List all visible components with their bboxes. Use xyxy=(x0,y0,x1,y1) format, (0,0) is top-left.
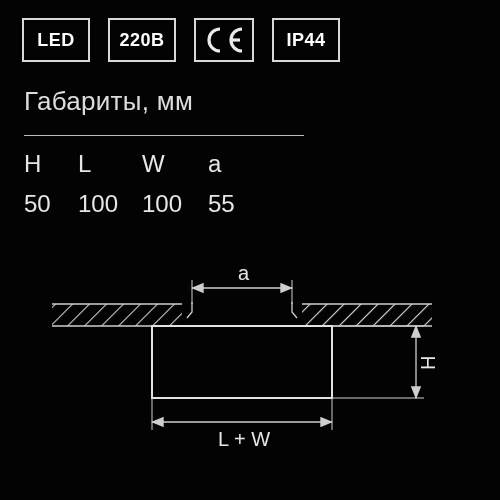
col-header-L: L xyxy=(78,150,142,178)
spec-badges: LED 220B IP44 xyxy=(22,18,478,62)
diagram-label-LW: L + W xyxy=(218,428,270,450)
ce-mark-icon xyxy=(202,26,246,54)
cell-L: 100 xyxy=(78,190,142,218)
section-title-dimensions: Габариты, мм xyxy=(24,86,478,117)
svg-rect-3 xyxy=(302,304,432,326)
badge-ip: IP44 xyxy=(272,18,340,62)
dimensions-table: H L W a 50 100 100 55 xyxy=(24,135,304,218)
table-rule xyxy=(24,135,304,136)
col-header-H: H xyxy=(24,150,78,178)
cell-a: 55 xyxy=(208,190,258,218)
table-value-row: 50 100 100 55 xyxy=(24,190,304,218)
col-header-a: a xyxy=(208,150,258,178)
badge-ce xyxy=(194,18,254,62)
cell-W: 100 xyxy=(142,190,208,218)
svg-rect-8 xyxy=(152,326,332,398)
diagram-label-H: H xyxy=(417,356,439,370)
badge-voltage: 220B xyxy=(108,18,176,62)
cell-H: 50 xyxy=(24,190,78,218)
table-header-row: H L W a xyxy=(24,150,304,178)
dimension-diagram: a H L + W xyxy=(22,252,478,462)
col-header-W: W xyxy=(142,150,208,178)
diagram-label-a: a xyxy=(238,262,250,284)
svg-rect-2 xyxy=(52,304,182,326)
badge-led: LED xyxy=(22,18,90,62)
